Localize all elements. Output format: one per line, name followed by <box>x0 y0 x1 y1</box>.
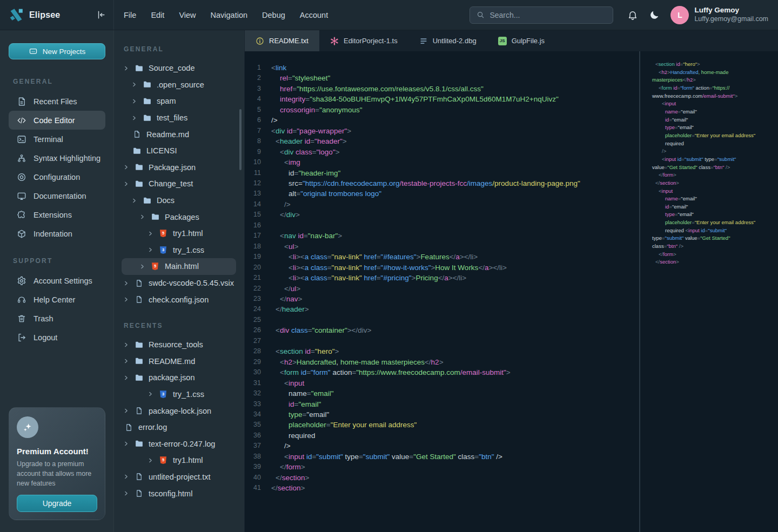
sidebar-item-account-settings[interactable]: Account Settings <box>9 271 105 290</box>
code-line[interactable]: 2rel="stylesheet" <box>245 73 639 83</box>
code-line[interactable]: 30<form id="form" action="https://www.fr… <box>245 367 639 378</box>
sidebar-item-configuration[interactable]: Configuration <box>9 167 105 186</box>
code-line[interactable]: 14/> <box>245 199 639 210</box>
code-line[interactable]: 31<input <box>245 378 639 388</box>
tree-item-package-lock-json[interactable]: package-lock.json <box>114 402 244 419</box>
tree-item-untlited-project-txt[interactable]: untlited-project.txt <box>114 469 244 486</box>
tree-item-main-html[interactable]: 5Main.html <box>122 258 236 275</box>
menu-item-debug[interactable]: Debug <box>262 11 285 19</box>
minimap[interactable]: <section id="hero"><h2>Handcrafted, home… <box>639 51 778 532</box>
tree-item-swdc-vscode-0-5-45-vsix[interactable]: swdc-vscode-0.5.45.vsix <box>114 275 244 292</box>
tree-item-package-json[interactable]: package.json <box>114 369 244 386</box>
tree-item-text-error-0-247-log[interactable]: text-error-0.247.log <box>114 435 244 452</box>
code-line[interactable]: 20<li><a class="nav-link" href="#how-it-… <box>245 262 639 273</box>
code-line[interactable]: 19<li><a class="nav-link" href="#feature… <box>245 252 639 262</box>
tree-item-readme-md[interactable]: Readme.md <box>114 126 244 143</box>
code-line[interactable]: 7<div id="page-wrapper"> <box>245 126 639 136</box>
tree-item-licensi[interactable]: LICENSI <box>114 143 244 159</box>
sidebar-item-extensions[interactable]: Extensions <box>9 205 105 224</box>
tree-item-source-code[interactable]: Source_code <box>114 60 244 77</box>
code-line[interactable]: 6/> <box>245 115 639 125</box>
code-line[interactable]: 8<header id="header"> <box>245 136 639 146</box>
tree-item-test-files[interactable]: test_files <box>114 110 244 126</box>
menu-item-edit[interactable]: Edit <box>151 11 164 19</box>
sidebar-item-terminal[interactable]: Terminal <box>9 130 105 149</box>
upgrade-button[interactable]: Upgrade <box>17 495 97 512</box>
code-line[interactable]: 27 <box>245 336 639 346</box>
sidebar-item-documentation[interactable]: Documentation <box>9 186 105 205</box>
code-line[interactable]: 40</section> <box>245 473 639 483</box>
code-line[interactable]: 22</ul> <box>245 284 639 294</box>
tree-item-packages[interactable]: Packages <box>114 208 244 225</box>
code-line[interactable]: 9<div class="logo"> <box>245 147 639 157</box>
tree-item-try-1-css[interactable]: 3try_1.css <box>114 242 244 259</box>
menu-item-navigation[interactable]: Navigation <box>211 11 248 19</box>
tree-item-readme-md[interactable]: README.md <box>114 353 244 370</box>
tree-item-check-config-json[interactable]: check.config.json <box>114 291 244 308</box>
code-line[interactable]: 5crossorigin="anonymous" <box>245 105 639 115</box>
sidebar-item-indentation[interactable]: Indentation <box>9 224 105 243</box>
code-line[interactable]: 37/> <box>245 441 639 451</box>
tree-item-try-1-css[interactable]: 3try_1.css <box>114 386 244 403</box>
tree-item-resuorce-tools[interactable]: Resuorce_tools <box>114 336 244 353</box>
code-line[interactable]: 39</form> <box>245 462 639 472</box>
explorer-scrollbar[interactable] <box>239 109 242 170</box>
tab-untlited-2-dbg[interactable]: Untlited-2.dbg <box>408 30 487 51</box>
tree-item-error-log[interactable]: error.log <box>114 419 244 436</box>
code-line[interactable]: 13alt="original trombones logo" <box>245 188 639 199</box>
tab-readme-txt[interactable]: README.txt <box>245 30 319 51</box>
user-menu[interactable]: L Luffy Gemoy Luffy.gemoy@gmail.com <box>670 6 768 24</box>
menu-item-file[interactable]: File <box>124 11 136 19</box>
code-line[interactable]: 38<input id="submit" type="submit" value… <box>245 452 639 462</box>
notifications-bell-icon[interactable] <box>627 10 638 21</box>
sidebar-item-syntax-highlighting[interactable]: Syntax Highlighting <box>9 149 105 167</box>
code-line[interactable]: 34type="email" <box>245 409 639 420</box>
sidebar-item-code-editor[interactable]: Code Editor <box>9 111 105 130</box>
code-line[interactable]: 24</header> <box>245 304 639 314</box>
code-line[interactable]: 25 <box>245 315 639 325</box>
code-line[interactable]: 10<img <box>245 157 639 167</box>
code-line[interactable]: 12src="https://cdn.freecodecamp.org/test… <box>245 178 639 188</box>
tree-item-tsconfig-html[interactable]: tsconfig.html <box>114 485 244 502</box>
code-line[interactable]: 1<link <box>245 63 639 73</box>
tree-item-docs[interactable]: Docs <box>114 192 244 209</box>
tree-item-change-test[interactable]: Change_test <box>114 176 244 192</box>
dark-mode-moon-icon[interactable] <box>649 10 660 21</box>
code-line[interactable]: 16 <box>245 220 639 231</box>
tree-item-spam[interactable]: spam <box>114 93 244 110</box>
code-line[interactable]: 15</div> <box>245 210 639 220</box>
code-line[interactable]: 41</section> <box>245 483 639 493</box>
code-line[interactable]: 29<h2>Handcrafted, home-made masterpiece… <box>245 357 639 367</box>
sidebar-item-logout[interactable]: Logout <box>9 328 105 347</box>
code-line[interactable]: 26<div class="container"></div> <box>245 325 639 335</box>
tree-item-label: Change_test <box>149 179 193 188</box>
sidebar-item-help-center[interactable]: Help Center <box>9 290 105 309</box>
code-line[interactable]: 32name="email" <box>245 388 639 399</box>
tree-item-try1-html[interactable]: 5try1.html <box>114 452 244 469</box>
tab-gulpfile-js[interactable]: JSGulpFile.js <box>487 30 555 51</box>
code-line[interactable]: 3href="https://use.fontawesome.com/relea… <box>245 84 639 94</box>
tree-item-package-json[interactable]: Package.json <box>114 159 244 176</box>
code-line[interactable]: 23</nav> <box>245 294 639 304</box>
code-line[interactable]: 21<li><a class="nav-link" href="#pricing… <box>245 273 639 283</box>
sidebar-item-trash[interactable]: Trash <box>9 309 105 328</box>
collapse-sidebar-icon[interactable] <box>96 10 106 20</box>
tree-item-open-source[interactable]: .open_source <box>114 77 244 93</box>
sidebar-item-recent-files[interactable]: Recent Files <box>9 92 105 111</box>
tab-editorporject-1-ts[interactable]: EditorPorject-1.ts <box>319 30 408 51</box>
new-projects-button[interactable]: New Projects <box>9 43 105 59</box>
code-line[interactable]: 4integrity="sha384-50oBUHEmvpQ+1lW4y57PT… <box>245 94 639 104</box>
line-number: 2 <box>245 73 261 83</box>
code-line[interactable]: 28<section id="hero"> <box>245 346 639 356</box>
code-line[interactable]: 35placeholder="Enter your email address" <box>245 420 639 430</box>
code-line[interactable]: 36required <box>245 430 639 441</box>
code-line[interactable]: 18<ul> <box>245 241 639 252</box>
code-line[interactable]: 33id="email" <box>245 399 639 409</box>
code-area[interactable]: 1<link2rel="stylesheet"3href="https://us… <box>245 51 639 532</box>
search-input[interactable]: Search... <box>470 6 613 24</box>
menu-item-account[interactable]: Account <box>300 11 328 19</box>
code-line[interactable]: 17<nav id="nav-bar"> <box>245 231 639 241</box>
tree-item-try1-html[interactable]: 5try1.html <box>114 225 244 242</box>
code-line[interactable]: 11id="header-img" <box>245 168 639 178</box>
menu-item-view[interactable]: View <box>179 11 196 19</box>
